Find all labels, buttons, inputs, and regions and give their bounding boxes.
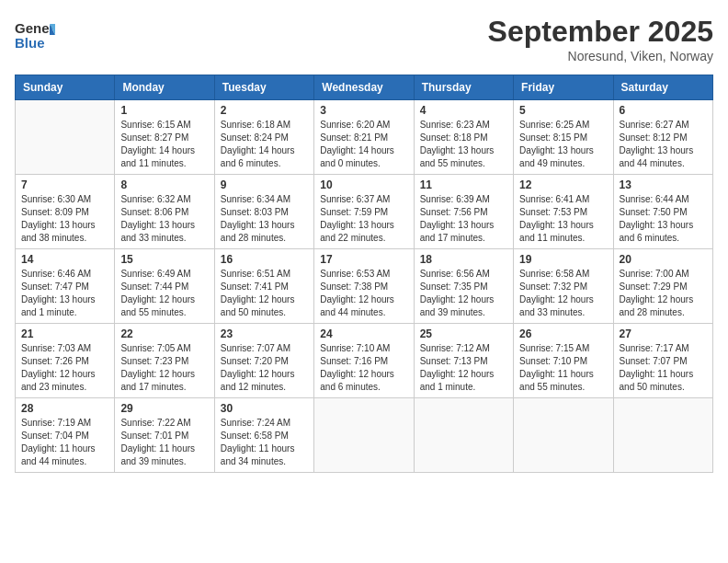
day-info: Sunrise: 6:32 AMSunset: 8:06 PMDaylight:… [120,193,208,245]
title-block: September 2025 Noresund, Viken, Norway [488,15,713,63]
calendar-cell: 22Sunrise: 7:05 AMSunset: 7:23 PMDayligh… [115,324,214,398]
day-number: 15 [120,253,208,266]
weekday-header-saturday: Saturday [613,75,712,100]
calendar-cell: 12Sunrise: 6:41 AMSunset: 7:53 PMDayligh… [514,175,613,249]
calendar-week-2: 7Sunrise: 6:30 AMSunset: 8:09 PMDaylight… [16,175,713,249]
day-info: Sunrise: 7:07 AMSunset: 7:20 PMDaylight:… [221,342,308,394]
calendar-cell: 14Sunrise: 6:46 AMSunset: 7:47 PMDayligh… [16,249,115,324]
day-number: 23 [221,327,308,340]
weekday-header-wednesday: Wednesday [314,75,414,100]
day-number: 14 [21,253,108,266]
calendar-cell: 23Sunrise: 7:07 AMSunset: 7:20 PMDayligh… [214,324,313,398]
day-info: Sunrise: 6:44 AMSunset: 7:50 PMDaylight:… [620,193,707,245]
day-number: 12 [519,178,607,191]
logo: General Blue [15,15,57,55]
calendar-cell: 3Sunrise: 6:20 AMSunset: 8:21 PMDaylight… [314,100,414,175]
calendar-cell: 17Sunrise: 6:53 AMSunset: 7:38 PMDayligh… [314,249,414,324]
calendar-cell [514,398,613,473]
day-info: Sunrise: 6:34 AMSunset: 8:03 PMDaylight:… [221,193,308,245]
day-info: Sunrise: 7:10 AMSunset: 7:16 PMDaylight:… [320,342,407,394]
day-info: Sunrise: 6:39 AMSunset: 7:56 PMDaylight:… [420,193,507,245]
day-number: 18 [420,253,507,266]
day-number: 27 [620,327,707,340]
calendar-cell: 19Sunrise: 6:58 AMSunset: 7:32 PMDayligh… [514,249,613,324]
day-info: Sunrise: 7:03 AMSunset: 7:26 PMDaylight:… [21,342,108,394]
day-info: Sunrise: 6:41 AMSunset: 7:53 PMDaylight:… [519,193,607,245]
day-info: Sunrise: 6:58 AMSunset: 7:32 PMDaylight:… [519,268,607,319]
calendar-cell [314,398,414,473]
location-subtitle: Noresund, Viken, Norway [488,49,713,63]
day-number: 6 [620,104,707,117]
day-info: Sunrise: 7:00 AMSunset: 7:29 PMDaylight:… [620,268,707,319]
weekday-header-tuesday: Tuesday [214,75,313,100]
calendar-cell: 24Sunrise: 7:10 AMSunset: 7:16 PMDayligh… [314,324,414,398]
month-title: September 2025 [488,15,713,49]
calendar-cell: 6Sunrise: 6:27 AMSunset: 8:12 PMDaylight… [613,100,712,175]
calendar-cell: 5Sunrise: 6:25 AMSunset: 8:15 PMDaylight… [514,100,613,175]
day-number: 8 [120,178,208,191]
weekday-header-sunday: Sunday [16,75,115,100]
day-number: 21 [21,327,108,340]
calendar-cell: 15Sunrise: 6:49 AMSunset: 7:44 PMDayligh… [115,249,214,324]
calendar-cell: 25Sunrise: 7:12 AMSunset: 7:13 PMDayligh… [414,324,513,398]
calendar-table: SundayMondayTuesdayWednesdayThursdayFrid… [15,75,713,473]
weekday-header-row: SundayMondayTuesdayWednesdayThursdayFrid… [16,75,713,100]
day-info: Sunrise: 6:49 AMSunset: 7:44 PMDaylight:… [120,268,208,319]
calendar-cell: 20Sunrise: 7:00 AMSunset: 7:29 PMDayligh… [613,249,712,324]
day-info: Sunrise: 6:27 AMSunset: 8:12 PMDaylight:… [620,119,707,170]
day-info: Sunrise: 7:22 AMSunset: 7:01 PMDaylight:… [120,417,208,468]
day-info: Sunrise: 6:51 AMSunset: 7:41 PMDaylight:… [221,268,308,319]
day-info: Sunrise: 6:25 AMSunset: 8:15 PMDaylight:… [519,119,607,170]
calendar-week-4: 21Sunrise: 7:03 AMSunset: 7:26 PMDayligh… [16,324,713,398]
day-number: 7 [21,178,108,191]
calendar-cell: 29Sunrise: 7:22 AMSunset: 7:01 PMDayligh… [115,398,214,473]
calendar-cell: 10Sunrise: 6:37 AMSunset: 7:59 PMDayligh… [314,175,414,249]
svg-text:Blue: Blue [15,35,45,51]
day-number: 3 [320,104,407,117]
day-number: 11 [420,178,507,191]
calendar-cell: 7Sunrise: 6:30 AMSunset: 8:09 PMDaylight… [16,175,115,249]
day-number: 10 [320,178,407,191]
calendar-cell: 13Sunrise: 6:44 AMSunset: 7:50 PMDayligh… [613,175,712,249]
day-number: 29 [120,402,208,415]
day-number: 30 [221,402,308,415]
day-number: 2 [221,104,308,117]
calendar-cell: 28Sunrise: 7:19 AMSunset: 7:04 PMDayligh… [16,398,115,473]
calendar-cell: 8Sunrise: 6:32 AMSunset: 8:06 PMDaylight… [115,175,214,249]
calendar-week-5: 28Sunrise: 7:19 AMSunset: 7:04 PMDayligh… [16,398,713,473]
day-number: 16 [221,253,308,266]
calendar-cell: 4Sunrise: 6:23 AMSunset: 8:18 PMDaylight… [414,100,513,175]
day-info: Sunrise: 7:12 AMSunset: 7:13 PMDaylight:… [420,342,507,394]
weekday-header-thursday: Thursday [414,75,513,100]
calendar-cell: 18Sunrise: 6:56 AMSunset: 7:35 PMDayligh… [414,249,513,324]
calendar-week-3: 14Sunrise: 6:46 AMSunset: 7:47 PMDayligh… [16,249,713,324]
day-number: 17 [320,253,407,266]
svg-text:General: General [15,20,55,36]
calendar-cell: 27Sunrise: 7:17 AMSunset: 7:07 PMDayligh… [613,324,712,398]
day-number: 19 [519,253,607,266]
day-number: 1 [120,104,208,117]
calendar-cell: 1Sunrise: 6:15 AMSunset: 8:27 PMDaylight… [115,100,214,175]
day-number: 20 [620,253,707,266]
day-info: Sunrise: 6:30 AMSunset: 8:09 PMDaylight:… [21,193,108,245]
day-info: Sunrise: 6:37 AMSunset: 7:59 PMDaylight:… [320,193,407,245]
day-info: Sunrise: 6:46 AMSunset: 7:47 PMDaylight:… [21,268,108,319]
day-info: Sunrise: 6:18 AMSunset: 8:24 PMDaylight:… [221,119,308,170]
day-info: Sunrise: 6:56 AMSunset: 7:35 PMDaylight:… [420,268,507,319]
day-info: Sunrise: 6:23 AMSunset: 8:18 PMDaylight:… [420,119,507,170]
calendar-header: SundayMondayTuesdayWednesdayThursdayFrid… [16,75,713,100]
weekday-header-monday: Monday [115,75,214,100]
calendar-body: 1Sunrise: 6:15 AMSunset: 8:27 PMDaylight… [16,100,713,473]
page-header: General Blue September 2025 Noresund, Vi… [15,15,713,63]
day-number: 13 [620,178,707,191]
calendar-cell: 9Sunrise: 6:34 AMSunset: 8:03 PMDaylight… [214,175,313,249]
day-info: Sunrise: 7:17 AMSunset: 7:07 PMDaylight:… [620,342,707,394]
day-info: Sunrise: 6:53 AMSunset: 7:38 PMDaylight:… [320,268,407,319]
day-number: 9 [221,178,308,191]
day-info: Sunrise: 6:15 AMSunset: 8:27 PMDaylight:… [120,119,208,170]
day-number: 22 [120,327,208,340]
calendar-cell: 21Sunrise: 7:03 AMSunset: 7:26 PMDayligh… [16,324,115,398]
day-number: 28 [21,402,108,415]
calendar-cell [16,100,115,175]
calendar-week-1: 1Sunrise: 6:15 AMSunset: 8:27 PMDaylight… [16,100,713,175]
